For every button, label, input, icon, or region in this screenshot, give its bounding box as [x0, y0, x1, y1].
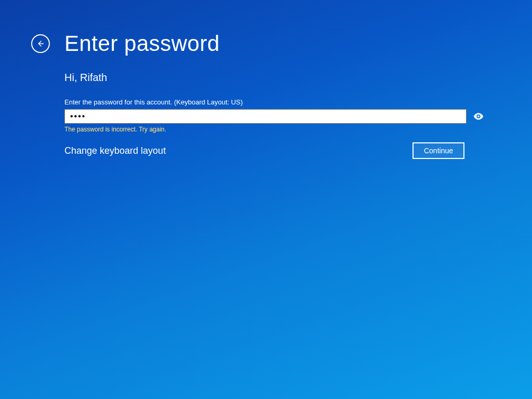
arrow-left-icon	[36, 39, 45, 48]
password-input[interactable]	[64, 109, 467, 124]
error-message: The password is incorrect. Try again.	[64, 126, 485, 133]
change-keyboard-layout-link[interactable]: Change keyboard layout	[64, 145, 166, 156]
reveal-password-button[interactable]	[472, 110, 485, 123]
instruction-text: Enter the password for this account. (Ke…	[64, 98, 485, 106]
page-title: Enter password	[64, 31, 220, 56]
eye-icon	[473, 111, 484, 122]
continue-button[interactable]: Continue	[413, 142, 464, 159]
greeting-text: Hi, Rifath	[64, 72, 485, 84]
back-button[interactable]	[31, 34, 50, 53]
